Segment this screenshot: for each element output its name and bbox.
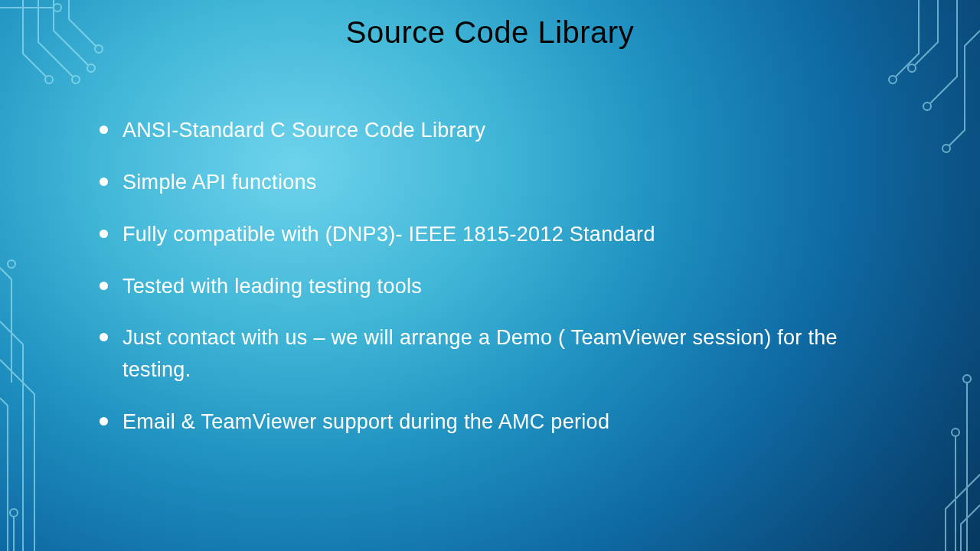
slide-title: Source Code Library [0, 15, 980, 50]
svg-point-3 [87, 64, 95, 72]
slide: Source Code Library ANSI-Standard C Sour… [0, 0, 980, 551]
svg-point-6 [10, 509, 18, 517]
bullet-item: Simple API functions [100, 167, 888, 199]
bullet-list: ANSI-Standard C Source Code Library Simp… [100, 115, 888, 439]
svg-point-0 [54, 4, 61, 11]
bullet-item: Tested with leading testing tools [100, 271, 888, 303]
bullet-item: Fully compatible with (DNP3)- IEEE 1815-… [100, 219, 888, 251]
svg-point-1 [45, 76, 53, 83]
svg-point-9 [923, 103, 931, 110]
svg-point-12 [952, 429, 959, 436]
svg-point-8 [908, 64, 916, 72]
svg-point-10 [942, 145, 950, 152]
bullet-item: Email & TeamViewer support during the AM… [100, 406, 888, 439]
svg-point-7 [889, 76, 897, 83]
slide-content: ANSI-Standard C Source Code Library Simp… [100, 115, 888, 458]
bullet-item: Just contact with us – we will arrange a… [100, 322, 888, 386]
svg-point-2 [72, 76, 80, 83]
svg-point-11 [963, 375, 971, 383]
svg-point-5 [8, 260, 15, 268]
bullet-item: ANSI-Standard C Source Code Library [100, 115, 888, 147]
